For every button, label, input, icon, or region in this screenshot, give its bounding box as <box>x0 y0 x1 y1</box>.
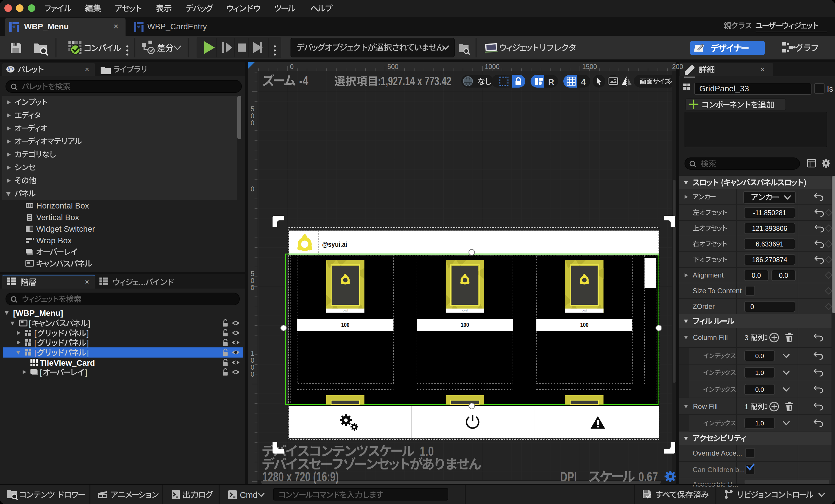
svg-text:Widget Switcher: Widget Switcher <box>36 224 95 234</box>
svg-text:1.0: 1.0 <box>755 369 764 377</box>
svg-text:1.0: 1.0 <box>755 420 764 427</box>
svg-text::1,927.14 x 773.42: :1,927.14 x 773.42 <box>378 74 451 88</box>
svg-text:Cmd: Cmd <box>240 490 258 500</box>
svg-text:ZOrder: ZOrder <box>693 302 715 310</box>
svg-text:0: 0 <box>251 357 254 364</box>
svg-text:[: [ <box>34 348 37 357</box>
svg-text:200: 200 <box>672 63 683 70</box>
svg-text:GridPanel_33: GridPanel_33 <box>699 84 749 93</box>
svg-text:]: ] <box>86 329 89 338</box>
svg-text:0: 0 <box>251 284 254 291</box>
svg-text:]: ] <box>85 368 87 377</box>
svg-text:×: × <box>85 65 89 74</box>
svg-text:×: × <box>760 65 765 74</box>
svg-text:Is: Is <box>827 84 833 93</box>
svg-text:0.67: 0.67 <box>638 469 658 484</box>
svg-text:Row Fill: Row Fill <box>693 403 718 410</box>
svg-text:100: 100 <box>461 322 469 328</box>
svg-text:1: 1 <box>251 350 254 357</box>
svg-text:Override Acce...: Override Acce... <box>693 449 742 457</box>
svg-text:Oval: Oval <box>343 309 348 312</box>
svg-text:0: 0 <box>251 370 254 378</box>
svg-text:0.0: 0.0 <box>755 386 764 393</box>
svg-text:-11.850281: -11.850281 <box>753 209 786 217</box>
svg-text:Column Fill: Column Fill <box>693 334 728 341</box>
svg-text:×: × <box>114 21 119 31</box>
svg-text:0.0: 0.0 <box>779 272 788 279</box>
svg-text:Size To Content: Size To Content <box>693 287 742 295</box>
svg-text:]: ] <box>86 338 89 347</box>
svg-text:5: 5 <box>251 270 254 278</box>
svg-text:[: [ <box>40 368 42 377</box>
svg-text:WBP_CardEntry: WBP_CardEntry <box>147 22 207 31</box>
svg-text:4: 4 <box>581 77 586 86</box>
svg-text:1280 x 720 (16:9): 1280 x 720 (16:9) <box>262 469 339 484</box>
svg-text:100: 100 <box>341 322 349 328</box>
svg-text:0: 0 <box>290 63 294 70</box>
svg-text:5: 5 <box>251 105 254 113</box>
svg-text:0.0: 0.0 <box>752 272 761 279</box>
svg-text:0: 0 <box>251 277 254 284</box>
svg-text:0.0: 0.0 <box>755 352 764 360</box>
svg-text:]: ] <box>88 319 90 328</box>
svg-text:Alignment: Alignment <box>693 271 724 279</box>
svg-text:@syui.ai: @syui.ai <box>322 241 347 248</box>
svg-text:0: 0 <box>251 112 254 120</box>
svg-text:121.393806: 121.393806 <box>752 225 788 232</box>
svg-text:Vertical Box: Vertical Box <box>36 213 79 222</box>
svg-text:-4: -4 <box>299 74 308 88</box>
svg-text:]: ] <box>86 348 89 357</box>
svg-text:TileView_Card: TileView_Card <box>40 358 95 367</box>
svg-text:1: 1 <box>745 403 748 411</box>
svg-text:186.270874: 186.270874 <box>752 256 788 264</box>
svg-text:WBP_Menu: WBP_Menu <box>24 22 69 31</box>
svg-text:Horizontal Box: Horizontal Box <box>36 201 89 210</box>
svg-text:Oval: Oval <box>582 309 587 312</box>
svg-text:0: 0 <box>251 364 254 371</box>
svg-text:100: 100 <box>580 322 588 328</box>
svg-text:3: 3 <box>745 334 748 342</box>
svg-text:Oval: Oval <box>462 309 468 312</box>
svg-text:0: 0 <box>251 119 254 127</box>
svg-text:1.0: 1.0 <box>420 444 434 459</box>
svg-text:R: R <box>548 77 554 86</box>
svg-text:[: [ <box>29 319 31 328</box>
svg-text:6.633691: 6.633691 <box>756 240 784 248</box>
svg-text:×: × <box>85 278 89 286</box>
svg-text:Wrap Box: Wrap Box <box>36 236 72 245</box>
svg-text:[: [ <box>34 329 37 338</box>
svg-text:[WBP_Menu]: [WBP_Menu] <box>13 308 63 318</box>
svg-text:Can Children b...: Can Children b... <box>693 466 745 473</box>
svg-text:500: 500 <box>387 63 399 70</box>
svg-text:[: [ <box>34 338 37 347</box>
svg-text:DPI: DPI <box>560 469 577 484</box>
svg-text:0: 0 <box>750 303 754 310</box>
